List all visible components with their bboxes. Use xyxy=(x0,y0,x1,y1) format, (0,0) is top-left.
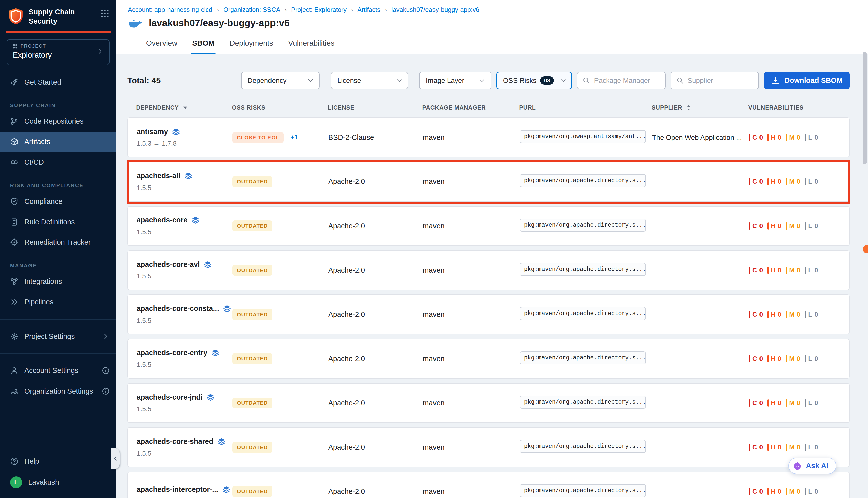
severity-bar xyxy=(749,444,751,451)
oss-risks-filter[interactable]: OSS Risks 03 xyxy=(496,71,572,89)
severity-low: L0 xyxy=(805,399,818,407)
info-icon[interactable] xyxy=(102,387,110,395)
severity-bar xyxy=(749,178,751,185)
package-manager-cell: maven xyxy=(423,133,520,142)
table-row-highlighted[interactable]: apacheds-all 1.5.5 OUTDATED Apache-2.0 m… xyxy=(127,162,850,202)
sidebar-item-remediation-tracker[interactable]: Remediation Tracker xyxy=(0,232,116,253)
severity-high: H0 xyxy=(767,444,781,451)
tab-overview[interactable]: Overview xyxy=(145,35,178,54)
package-manager-cell: maven xyxy=(423,178,520,186)
sidebar-item-compliance[interactable]: Compliance xyxy=(0,191,116,212)
layers-icon xyxy=(211,349,220,357)
sidebar-item-project-settings[interactable]: Project Settings xyxy=(0,326,116,346)
dependency-name[interactable]: apacheds-core-consta... xyxy=(137,304,219,313)
tab-vulnerabilities[interactable]: Vulnerabilities xyxy=(287,35,336,54)
dependency-name[interactable]: apacheds-core xyxy=(137,216,187,224)
purl-value[interactable]: pkg:maven/org.apache.directory.s... xyxy=(520,174,646,187)
sidebar-item-organization-settings[interactable]: Organization Settings xyxy=(0,381,116,402)
table-row[interactable]: apacheds-core 1.5.5 OUTDATED Apache-2.0 … xyxy=(127,206,850,246)
purl-value[interactable]: pkg:maven/org.apache.directory.s... xyxy=(520,484,646,497)
purl-value[interactable]: pkg:maven/org.apache.directory.s... xyxy=(520,307,646,320)
page-title: lavakush07/easy-buggy-app:v6 xyxy=(149,17,289,28)
table-row[interactable]: apacheds-interceptor-... OUTDATED Apache… xyxy=(127,472,850,498)
dependency-name[interactable]: apacheds-core-avl xyxy=(137,260,200,268)
vulnerability-counts[interactable]: C0 H0 M0 L0 xyxy=(749,178,849,185)
severity-bar xyxy=(749,266,751,274)
vulnerability-counts[interactable]: C0 H0 M0 L0 xyxy=(749,311,849,318)
breadcrumb-artifact-name[interactable]: lavakush07/easy-buggy-app:v6 xyxy=(391,6,479,13)
purl-value[interactable]: pkg:maven/org.apache.directory.s... xyxy=(520,396,646,409)
dependency-name[interactable]: apacheds-core-entry xyxy=(137,349,207,357)
oss-risk-badge: OUTDATED xyxy=(232,442,272,453)
sidebar-item-pipelines[interactable]: Pipelines xyxy=(0,292,116,313)
dependency-cell: apacheds-all 1.5.5 xyxy=(137,172,232,192)
chevron-right-icon xyxy=(102,332,110,340)
sidebar-item-cicd[interactable]: CI/CD xyxy=(0,152,116,173)
table-row[interactable]: apacheds-core-consta... 1.5.5 OUTDATED A… xyxy=(127,294,850,335)
column-header-dependency[interactable]: DEPENDENCY xyxy=(136,104,232,112)
breadcrumb-organization[interactable]: Organization: SSCA xyxy=(223,6,280,13)
dependency-cell: apacheds-core 1.5.5 xyxy=(137,216,232,236)
breadcrumb-account[interactable]: Account: app-harness-ng-cicd xyxy=(128,6,212,13)
project-selector[interactable]: PROJECT Exploratory xyxy=(7,39,109,65)
oss-risk-more[interactable]: +1 xyxy=(290,133,298,141)
sidebar-item-help[interactable]: Help xyxy=(0,451,116,471)
image-layer-filter[interactable]: Image Layer xyxy=(419,71,491,89)
sidebar-collapse-handle[interactable] xyxy=(111,448,119,469)
sidebar-item-integrations[interactable]: Integrations xyxy=(0,271,116,292)
column-header-supplier[interactable]: SUPPLIER xyxy=(651,104,749,112)
tab-deployments[interactable]: Deployments xyxy=(229,35,274,54)
severity-low: L0 xyxy=(805,266,818,274)
severity-low: L0 xyxy=(805,488,818,495)
severity-bar xyxy=(767,311,769,318)
severity-low: L0 xyxy=(805,134,818,141)
license-filter[interactable]: License xyxy=(331,71,409,89)
app-switcher-icon[interactable] xyxy=(100,9,109,18)
purl-value[interactable]: pkg:maven/org.apache.directory.s... xyxy=(520,263,646,276)
severity-low: L0 xyxy=(805,222,818,230)
dependency-version: 1.5.5 xyxy=(137,361,232,369)
vulnerability-counts[interactable]: C0 H0 M0 L0 xyxy=(749,222,849,230)
info-icon[interactable] xyxy=(102,367,110,375)
dependency-name[interactable]: apacheds-core-jndi xyxy=(137,393,203,401)
purl-value[interactable]: pkg:maven/org.apache.directory.s... xyxy=(520,440,646,453)
table-row[interactable]: apacheds-core-shared 1.5.5 OUTDATED Apac… xyxy=(127,427,850,467)
ask-ai-button[interactable]: Ask AI xyxy=(788,458,837,474)
oss-risk-badge: OUTDATED xyxy=(232,265,272,276)
gear-icon xyxy=(10,332,18,341)
purl-value[interactable]: pkg:maven/org.apache.directory.s... xyxy=(520,219,646,232)
sidebar-item-rule-definitions[interactable]: Rule Definitions xyxy=(0,212,116,232)
dependency-name[interactable]: apacheds-interceptor-... xyxy=(137,485,218,494)
sidebar-item-get-started[interactable]: Get Started xyxy=(0,72,116,92)
dependency-version: 1.5.5 xyxy=(137,405,232,413)
sidebar-item-account-settings[interactable]: Account Settings xyxy=(0,361,116,381)
package-manager-search-input[interactable] xyxy=(594,77,660,84)
user-menu[interactable]: L Lavakush xyxy=(0,471,116,494)
table-row[interactable]: apacheds-core-entry 1.5.5 OUTDATED Apach… xyxy=(127,339,850,379)
purl-value[interactable]: pkg:maven/org.owasp.antisamy/ant... xyxy=(520,130,646,143)
dependency-name[interactable]: antisamy xyxy=(137,128,168,136)
main-area: Account: app-harness-ng-cicd Organizatio… xyxy=(116,0,868,498)
vulnerability-counts[interactable]: C0 H0 M0 L0 xyxy=(749,266,849,274)
dependency-filter[interactable]: Dependency xyxy=(241,71,320,89)
breadcrumb-project[interactable]: Project: Exploratory xyxy=(291,6,347,13)
vulnerability-counts[interactable]: C0 H0 M0 L0 xyxy=(749,399,849,407)
vulnerability-counts[interactable]: C0 H0 M0 L0 xyxy=(749,134,849,141)
vulnerability-counts[interactable]: C0 H0 M0 L0 xyxy=(749,444,849,451)
vulnerability-counts[interactable]: C0 H0 M0 L0 xyxy=(749,488,849,495)
supplier-search-input[interactable] xyxy=(688,77,754,84)
table-row[interactable]: apacheds-core-jndi 1.5.5 OUTDATED Apache… xyxy=(127,383,850,423)
scrollbar-thumb[interactable] xyxy=(863,52,867,164)
purl-value[interactable]: pkg:maven/org.apache.directory.s... xyxy=(520,351,646,365)
vulnerability-counts[interactable]: C0 H0 M0 L0 xyxy=(749,355,849,363)
tab-sbom[interactable]: SBOM xyxy=(191,35,216,54)
dependency-name[interactable]: apacheds-all xyxy=(137,172,180,180)
breadcrumb-artifacts[interactable]: Artifacts xyxy=(358,6,380,13)
project-label: PROJECT xyxy=(13,43,52,49)
sidebar-item-code-repositories[interactable]: Code Repositories xyxy=(0,111,116,132)
download-sbom-button[interactable]: Download SBOM xyxy=(764,71,850,89)
table-row[interactable]: antisamy 1.5.3 → 1.7.8 CLOSE TO EOL +1 B… xyxy=(127,117,850,157)
dependency-name[interactable]: apacheds-core-shared xyxy=(137,437,213,446)
sidebar-item-artifacts[interactable]: Artifacts xyxy=(0,132,116,152)
table-row[interactable]: apacheds-core-avl 1.5.5 OUTDATED Apache-… xyxy=(127,250,850,290)
